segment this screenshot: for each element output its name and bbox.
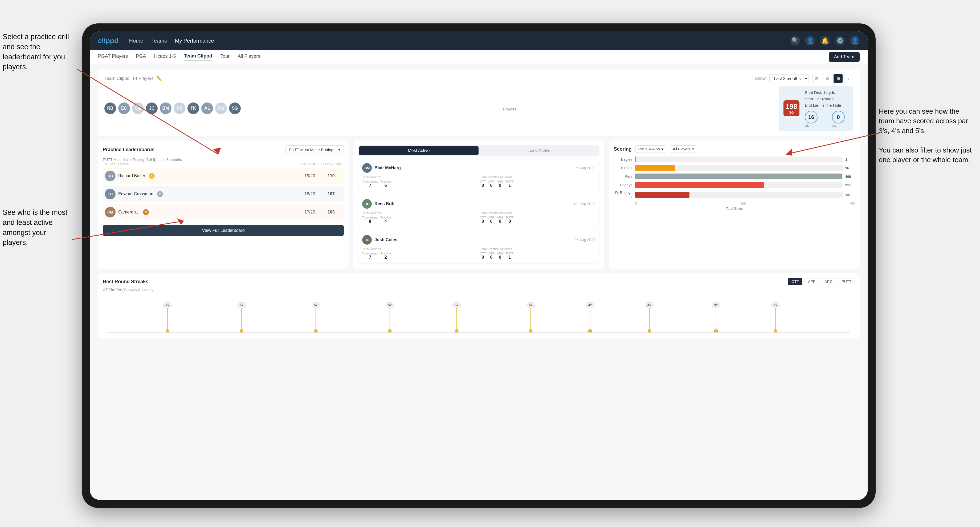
list-view-icon[interactable]: ☰ — [823, 74, 832, 83]
avatar-icon[interactable]: 👤 — [850, 36, 860, 46]
sort-icon[interactable]: ↕ — [844, 74, 853, 83]
avatar[interactable]: RB — [104, 103, 116, 114]
streak-node: 4x — [645, 302, 654, 333]
avatar[interactable]: RB — [173, 103, 185, 114]
avatar[interactable]: BM — [160, 103, 172, 114]
streak-label: 4x — [585, 302, 594, 308]
lb-name-3: Cameron... — [118, 210, 139, 214]
lb-avg-1: 110 — [320, 173, 342, 178]
subnav-pga[interactable]: PGA — [136, 54, 146, 60]
avatar[interactable]: CM — [132, 103, 144, 114]
view-full-leaderboard-button[interactable]: View Full Leaderboard — [103, 225, 344, 236]
annotation-top-left: Select a practice drill and see the lead… — [3, 32, 75, 72]
navbar: clippd Home Teams My Performance 🔍 👤 🔔 ⚙… — [90, 32, 868, 50]
settings-icon[interactable]: ⚙️ — [835, 36, 845, 46]
streak-node: 5x — [386, 302, 394, 333]
shot-detail-1: Shot Dist: 14 yds — [805, 89, 845, 96]
avatar[interactable]: TK — [188, 103, 199, 114]
subnav-hcaps[interactable]: Hcaps 1-5 — [154, 54, 176, 60]
streak-node: 3x — [712, 302, 720, 333]
streak-label: 6x — [237, 302, 246, 308]
lb-row-1[interactable]: RB Richard Butler 1 19/20 110 — [103, 168, 344, 184]
chart-row-label: Pars — [614, 174, 632, 179]
bell-icon[interactable]: 🔔 — [820, 36, 830, 46]
streak-node: 4x — [585, 302, 594, 333]
chart-bar-container — [635, 173, 843, 179]
grid-view-icon[interactable]: ⊞ — [812, 74, 821, 83]
activity-panel: Most Active Least Active BM Blair McHarg… — [353, 141, 604, 268]
avatar[interactable]: EC — [118, 103, 130, 114]
lb-col-headers: PLAYER NAME PB SCORE PB AVG SQ — [103, 162, 344, 166]
three-col-layout: Practice Leaderboards PUTT Must Make Put… — [98, 141, 860, 268]
chart-value: 499 — [845, 175, 855, 179]
filter-putt[interactable]: PUTT — [838, 278, 855, 285]
subnav-pgat[interactable]: PGAT Players — [98, 54, 128, 60]
avatar[interactable]: AL — [201, 103, 213, 114]
streak-line — [241, 308, 242, 329]
tab-least-active[interactable]: Least Active — [479, 146, 599, 155]
lb-avatar-3: CM — [105, 207, 116, 217]
tournament-label: Tournament — [362, 180, 378, 183]
main-content: Team Clippd 14 Players ✏️ Show Last 3 mo… — [90, 64, 868, 500]
activity-card-1: BM Blair McHarg 26 Aug 2023 Total Rounds… — [358, 159, 599, 192]
streak-line — [775, 308, 776, 329]
total-practice-label: Total Practice Activities — [480, 175, 595, 179]
person-icon[interactable]: 👤 — [805, 36, 815, 46]
scoring-panel: Scoring Par 3, 4 & 5s ▾ All Players ▾ Ea… — [609, 141, 860, 268]
chart-value: 131 — [845, 193, 855, 197]
card-view-icon[interactable]: ▦ — [834, 74, 843, 83]
edit-team-icon[interactable]: ✏️ — [156, 76, 162, 81]
search-icon[interactable]: 🔍 — [791, 36, 800, 46]
lb-player-2: EC Edward Crossman 2 — [105, 189, 299, 199]
pac-date-2: 02 Sep 2023 — [574, 202, 595, 206]
shot-detail-2: Start Lie: Rough — [805, 96, 845, 102]
chart-xaxis: 0 200 400 — [614, 202, 855, 205]
lb-row-2[interactable]: EC Edward Crossman 2 18/20 107 — [103, 186, 344, 202]
chart-row-pars: Pars 499 — [614, 173, 855, 179]
annotation-bottom-left: See who is the most and least active amo… — [3, 208, 72, 248]
pac-avatar-2: RB — [362, 199, 372, 209]
scoring-filter-players[interactable]: All Players ▾ — [670, 145, 697, 153]
filter-app[interactable]: APP — [805, 278, 819, 285]
add-team-button[interactable]: Add Team — [829, 52, 860, 62]
filter-ott[interactable]: OTT — [788, 278, 802, 285]
chart-row-label: D. Bogeys + — [614, 190, 632, 199]
shot-detail-3: End Lie: In The Hole — [805, 102, 845, 109]
streak-label: 4x — [527, 302, 535, 308]
drill-dropdown[interactable]: PUTT Must Make Putting... ▾ — [285, 145, 344, 154]
leaderboard-title: Practice Leaderboards — [103, 147, 154, 152]
subnav-all-players[interactable]: All Players — [237, 54, 260, 60]
dist-circle-1: 16 — [805, 111, 818, 124]
dist-label-2: yds — [832, 124, 845, 127]
streak-baseline — [108, 332, 850, 333]
lb-row-3[interactable]: CM Cameron... 3 17/20 103 — [103, 204, 344, 220]
lb-badge-gold: 1 — [149, 173, 155, 179]
avatar[interactable]: PW — [215, 103, 227, 114]
streak-label: 3x — [712, 302, 720, 308]
tab-most-active[interactable]: Most Active — [359, 146, 478, 155]
subnav-team-clippd[interactable]: Team Clippd — [184, 53, 212, 60]
streak-line — [316, 308, 316, 329]
total-rounds-label: Total Rounds — [362, 175, 478, 179]
nav-my-performance[interactable]: My Performance — [175, 38, 214, 44]
scoring-filter-par[interactable]: Par 3, 4 & 5s ▾ — [635, 145, 666, 153]
chart-value: 96 — [845, 166, 855, 170]
lb-name-2: Edward Crossman — [118, 192, 153, 197]
chart-bar — [635, 192, 689, 198]
chart-bar-container — [635, 192, 843, 198]
subnav-tour[interactable]: Tour — [220, 54, 229, 60]
dist-separator: → — [822, 116, 828, 122]
avatar[interactable]: SG — [229, 103, 241, 114]
nav-teams[interactable]: Teams — [151, 38, 167, 44]
annotation-right: Here you can see how the team have score… — [879, 106, 972, 165]
filter-arg[interactable]: ARG — [821, 278, 836, 285]
chart-xlabel: Total Shots — [614, 206, 855, 211]
players-label: Players — [503, 107, 516, 111]
chart-row-label: Eagles — [614, 157, 632, 162]
show-select[interactable]: Last 3 months — [769, 74, 808, 83]
avatar[interactable]: JC — [146, 103, 158, 114]
lb-score-2: 18/20 — [299, 192, 320, 197]
scoring-header: Scoring Par 3, 4 & 5s ▾ All Players ▾ — [614, 145, 855, 153]
nav-home[interactable]: Home — [129, 38, 143, 44]
chart-row-birdies: Birdies 96 — [614, 165, 855, 171]
